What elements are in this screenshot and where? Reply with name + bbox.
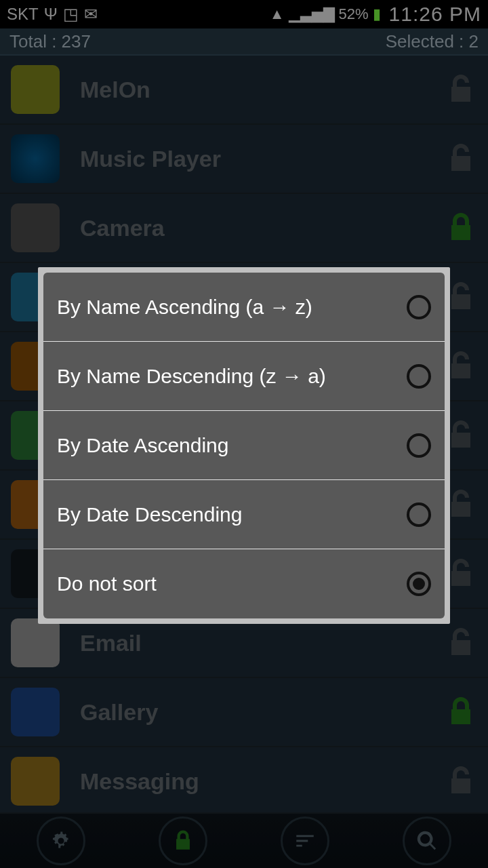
radio-icon bbox=[407, 433, 431, 458]
sort-option[interactable]: By Name Descending (z → a) bbox=[43, 342, 445, 411]
sort-option[interactable]: By Name Ascending (a → z) bbox=[43, 273, 445, 342]
sort-option[interactable]: By Date Descending bbox=[43, 480, 445, 549]
radio-icon bbox=[407, 572, 431, 596]
sort-dialog: By Name Ascending (a → z)By Name Descend… bbox=[38, 267, 450, 624]
sort-option[interactable]: Do not sort bbox=[43, 549, 445, 618]
radio-icon bbox=[407, 295, 431, 319]
sort-option[interactable]: By Date Ascending bbox=[43, 411, 445, 480]
sort-option-label: By Name Ascending (a → z) bbox=[57, 296, 407, 319]
sort-option-label: By Date Descending bbox=[57, 503, 407, 526]
sort-option-label: Do not sort bbox=[57, 572, 407, 595]
radio-icon bbox=[407, 364, 431, 389]
sort-option-label: By Date Ascending bbox=[57, 434, 407, 457]
sort-option-label: By Name Descending (z → a) bbox=[57, 365, 407, 388]
radio-icon bbox=[407, 502, 431, 527]
